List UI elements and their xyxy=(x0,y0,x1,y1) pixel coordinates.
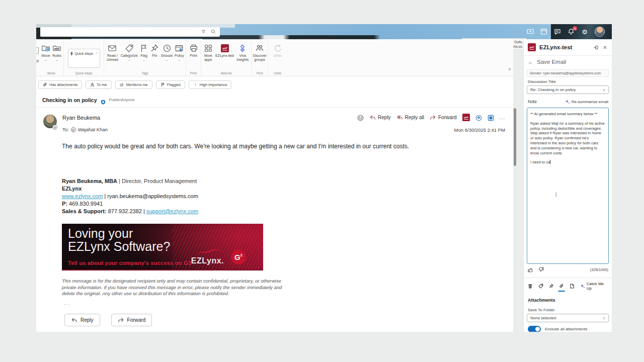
more-apps-button[interactable]: More apps xyxy=(202,44,214,62)
exclude-attachments-toggle[interactable] xyxy=(528,326,541,332)
ribbon-toolbar: p Move ⌄ Rules ⌄ xyxy=(36,39,513,76)
sparkle-icon xyxy=(580,284,585,289)
pin-button[interactable]: Pin xyxy=(150,44,159,58)
ezlynx-promo-banner[interactable]: Loving your EZLynx Software? Tell us abo… xyxy=(62,224,263,270)
rules-folder-icon xyxy=(52,44,61,53)
chevron-down-icon: ∨ xyxy=(603,316,605,320)
discussion-title-label: Discussion Title xyxy=(528,79,556,84)
pin-pane-icon[interactable] xyxy=(593,45,599,50)
ezlynx-addin-panel: EZLynx-test ✕ ← Save Email Sender: ryan.… xyxy=(523,39,612,332)
back-navigation[interactable]: ← Save Email xyxy=(528,59,566,65)
lightning-icon xyxy=(70,51,73,56)
chevron-down-icon: ⌄ xyxy=(44,59,47,61)
filter-high-importance[interactable]: ! High importance xyxy=(189,80,232,89)
categorize-button[interactable]: Categorize ⌄ xyxy=(121,44,138,61)
footer-forward-button[interactable]: Forward xyxy=(111,314,152,326)
rules-button[interactable]: Rules ⌄ xyxy=(52,44,61,61)
attachments-paperclip-icon[interactable] xyxy=(559,284,564,289)
sig-email: ryan.beukema@appliedsystems.com xyxy=(107,193,198,199)
ribbon-group-label: Add-ins xyxy=(201,71,251,75)
filter-has-attachments[interactable]: Has attachments xyxy=(38,80,82,89)
ribbon-group-quicksteps: Quick steps ⌄ Quick steps xyxy=(64,39,104,76)
panel-header: EZLynx-test ✕ xyxy=(524,39,612,56)
message-body: The auto policy would be great and for b… xyxy=(62,143,409,150)
filter-icon[interactable] xyxy=(201,29,206,35)
envelope-icon xyxy=(108,44,117,53)
note-textarea[interactable]: ** AI-generated email summary below ** R… xyxy=(527,108,609,264)
chevron-down-icon: ⌄ xyxy=(142,59,145,61)
reply-arrow-icon xyxy=(71,317,77,323)
resummarize-button[interactable]: Re-summarize email xyxy=(565,99,608,104)
trimmed-content-button[interactable]: ... xyxy=(64,301,71,306)
ezlynx-addin-button[interactable]: EZLynx-test xyxy=(215,44,234,58)
exclude-attachments-row: Exclude all attachments xyxy=(528,326,588,332)
discover-groups-button[interactable]: Discover groups xyxy=(252,44,268,62)
user-avatar[interactable] xyxy=(595,27,605,37)
more-options-button[interactable]: ... xyxy=(500,115,505,120)
clipped-button xyxy=(36,47,39,54)
ribbon-group-label: Undo xyxy=(268,71,287,75)
flag-button[interactable]: Flag ⌄ xyxy=(139,44,148,61)
settings-gear-icon[interactable]: ⚙ xyxy=(581,28,588,35)
text-caret xyxy=(550,160,550,164)
sparkle-icon xyxy=(565,99,570,104)
printer-icon xyxy=(189,44,198,53)
header-icon-bar: 4 ⚙ xyxy=(527,24,605,39)
catch-me-up-button[interactable]: Catch Me Up xyxy=(580,282,609,291)
ibeam-cursor: I xyxy=(555,192,557,198)
search-input[interactable] xyxy=(40,27,220,37)
message-action-bar: Reply Reply all Forward xyxy=(357,114,505,121)
viva-insights-button[interactable]: Viva Insights xyxy=(235,44,250,62)
recipient-name[interactable]: Wajahat Khan xyxy=(78,127,108,132)
collapse-chevron-icon[interactable]: ∨ xyxy=(508,67,511,71)
policy-button[interactable]: Policy ⌄ xyxy=(175,44,184,61)
ribbon-group-label: Find xyxy=(252,71,268,75)
thumbs-up-icon[interactable] xyxy=(528,267,533,273)
sig-website-link[interactable]: www.ezlynx.com xyxy=(62,193,103,199)
notifications-bell-icon[interactable]: 4 xyxy=(568,28,575,35)
quick-steps-box[interactable]: Quick steps ⌄ xyxy=(68,49,100,68)
sig-support-link[interactable]: support@ezlynx.com xyxy=(146,208,198,214)
note-ai-summary: Ryan asked Waji for a summary of his act… xyxy=(530,121,605,156)
reply-all-button[interactable]: Reply all xyxy=(396,114,424,121)
apps-grid-icon xyxy=(204,44,213,53)
document-icon[interactable] xyxy=(570,284,575,289)
ezlynx-icon xyxy=(220,44,229,53)
sensitivity-shield-icon xyxy=(101,98,106,103)
viva-insights-icon[interactable] xyxy=(475,114,482,121)
search-icon[interactable] xyxy=(211,29,216,35)
chat-icon[interactable] xyxy=(554,28,561,35)
forward-button[interactable]: Forward xyxy=(430,114,457,121)
filter-flagged[interactable]: Flagged xyxy=(156,80,185,89)
print-button[interactable]: Print xyxy=(189,44,198,58)
read-unread-button[interactable]: Read / Unread xyxy=(106,44,119,62)
signature-block: Ryan Beukema, MBA | Director, Product Ma… xyxy=(62,177,198,215)
sig-company: EZLynx xyxy=(62,186,82,192)
reactions-smiley-icon[interactable] xyxy=(357,114,364,121)
filter-mentions-me[interactable]: @ Mentions me xyxy=(115,80,152,89)
footer-reply-button[interactable]: Reply xyxy=(64,314,100,326)
scrollbar-thumb[interactable] xyxy=(514,108,516,166)
delete-trash-icon[interactable] xyxy=(528,284,533,289)
thumbs-down-icon[interactable] xyxy=(538,267,544,273)
calendar-icon[interactable] xyxy=(540,28,547,35)
lynx-logo-icon xyxy=(194,248,225,256)
close-icon[interactable]: ✕ xyxy=(602,45,608,50)
pin-icon[interactable] xyxy=(549,284,554,289)
discussion-title-select[interactable]: Re: Checking in on policy ∨ xyxy=(527,85,609,94)
apps-icon[interactable] xyxy=(488,114,494,121)
tag-icon[interactable] xyxy=(538,284,543,289)
move-button[interactable]: Move ⌄ xyxy=(41,44,50,61)
undo-button[interactable]: Undo xyxy=(273,44,282,58)
reply-button[interactable]: Reply xyxy=(369,114,391,121)
folder-select[interactable]: None selected ∨ xyxy=(527,314,609,322)
reply-all-arrow-icon xyxy=(396,114,403,121)
sender-name: Ryan Beukema xyxy=(62,115,100,121)
snooze-button[interactable]: Snooze ⌄ xyxy=(161,44,173,61)
panel-title: EZLynx-test xyxy=(539,44,590,50)
ezlynx-addin-icon[interactable] xyxy=(462,114,470,121)
message-date: Mon 6/30/2025 2:41 PM xyxy=(454,127,505,133)
ribbon-group-undo: Undo Undo xyxy=(268,39,287,76)
filter-to-me[interactable]: To me xyxy=(86,80,111,89)
present-icon[interactable] xyxy=(527,28,534,35)
